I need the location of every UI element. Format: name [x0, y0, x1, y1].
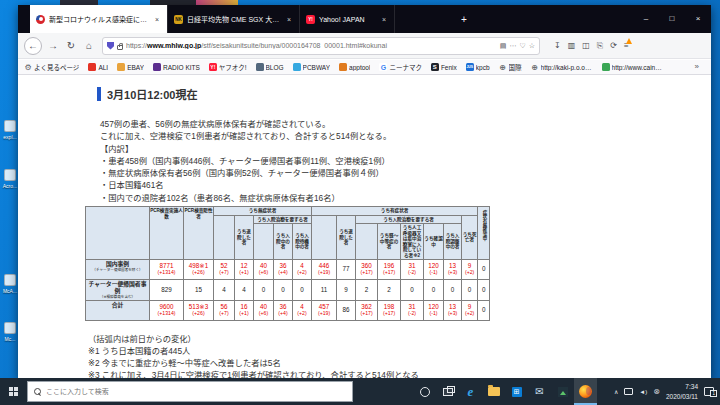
summary-line: ・患者458例（国内事例446例、チャーター便帰国者事例11例、空港検疫1例）: [100, 155, 391, 167]
bookmark-item[interactable]: ⊕ 国際: [499, 62, 522, 72]
photos-button[interactable]: [551, 378, 574, 405]
antivirus-tray-icon[interactable]: ⊗: [653, 387, 660, 396]
bookmark-item[interactable]: S Fenix: [431, 63, 457, 71]
mail-button[interactable]: ✉: [528, 378, 551, 405]
taskbar-app-icons: e ⊞ ✉: [413, 378, 597, 405]
browser-window: 新型コロナウイルス感染症について × NK 日経平均先物 CME SGX 大証 …: [18, 5, 711, 379]
windows-logo-icon: [9, 387, 18, 396]
forward-button[interactable]: →: [44, 40, 62, 51]
taskbar-search[interactable]: [27, 381, 353, 402]
search-input[interactable]: [46, 388, 346, 395]
bookmark-item[interactable]: PCBWAY: [293, 63, 330, 71]
bookmark-item[interactable]: RADIO KITS: [153, 63, 200, 71]
col-symptom-status-unconfirmed: 症状有無確認中: [478, 207, 490, 260]
tab-yahoo-japan[interactable]: Y! Yahoo! JAPAN ×: [300, 5, 395, 33]
file-explorer-button[interactable]: [482, 378, 505, 405]
bookmark-item[interactable]: apptool: [339, 63, 370, 71]
bookmark-favicon: ⊕: [499, 63, 507, 71]
pocket-icon[interactable]: ♡: [519, 42, 525, 50]
bookmarks-overflow-chevron[interactable]: »: [695, 62, 699, 71]
store-button[interactable]: ⊞: [505, 378, 528, 405]
bookmark-item[interactable]: JUS kpcb: [466, 63, 490, 71]
firefox-button[interactable]: [574, 378, 597, 405]
footnote-line: （括弧内は前日からの変化）: [88, 333, 419, 345]
url-text[interactable]: https://www.mhlw.go.jp/stf/seisakunitsui…: [126, 42, 497, 49]
row-label: 国内事例（チャーター便帰国者を除く）: [86, 260, 150, 280]
cell-asym-in-hospital: 36(+4): [274, 301, 293, 321]
tab-close-icon[interactable]: ×: [153, 16, 161, 23]
tab-close-icon[interactable]: ×: [285, 16, 293, 23]
cell-sym-mild: 198(+17): [378, 301, 401, 321]
cell-sym-icu: 0: [401, 280, 424, 301]
maximize-button[interactable]: □: [659, 5, 685, 31]
bookmark-item[interactable]: ⚙ よく見るページ: [24, 62, 79, 72]
sync-icon[interactable]: ⟳: [610, 41, 617, 50]
bookmark-item[interactable]: ⊕ http://kaki-p.o.oo7.jp/...: [531, 63, 593, 71]
nikkei-favicon: NK: [174, 15, 183, 24]
downloads-icon[interactable]: ↧: [554, 41, 561, 50]
desktop-icon-label: expl...: [3, 134, 16, 140]
sidebar-icon[interactable]: ◫: [582, 41, 590, 50]
cell-asym-waiting: 4(+2): [293, 301, 312, 321]
bookmark-item[interactable]: ALI: [88, 63, 108, 71]
cortana-icon: [420, 387, 430, 397]
close-button[interactable]: ×: [685, 5, 711, 31]
colgroup-symptomatic: うち有症状者: [312, 207, 478, 216]
bookmark-star-icon[interactable]: ☆: [529, 42, 535, 50]
cell-pcr-tested: 9600(+1314): [150, 301, 184, 321]
menu-button[interactable]: ≡: [624, 41, 629, 50]
bookmark-label: BLOG: [266, 64, 284, 71]
tab-close-icon[interactable]: ×: [380, 16, 388, 23]
url-bar[interactable]: https://www.mhlw.go.jp/stf/seisakunitsui…: [102, 37, 540, 55]
task-view-button[interactable]: [436, 378, 459, 405]
page-content: 3月10日12:00現在 457例の患者、56例の無症状病原体保有者が確認されて…: [18, 76, 711, 379]
reload-button[interactable]: ↻: [62, 40, 80, 51]
tab-covid-page[interactable]: 新型コロナウイルス感染症について ×: [30, 5, 168, 33]
library-icon[interactable]: ▥: [568, 41, 576, 50]
table-row: チャーター便帰国者事例（※検疫職員を含む） 829 15 4 4 0 0 0 1…: [86, 280, 490, 301]
reader-mode-icon[interactable]: ▤: [500, 42, 507, 50]
bookmark-item[interactable]: Y! ヤフオク!: [209, 62, 247, 72]
cell-asym-discharged: 12(+1): [235, 260, 254, 280]
bookmark-item[interactable]: http://www.cainz.com/...: [602, 63, 664, 71]
bookmark-favicon: ⊕: [531, 63, 539, 71]
bookmark-favicon: [256, 63, 264, 71]
col-pcr-positive: PCR検査陽性者: [184, 207, 214, 260]
desktop-icon-label: McA...: [3, 288, 17, 294]
edge-button[interactable]: e: [459, 378, 482, 405]
col-sym-icu: うち人工呼吸器又は集中治療室に入院している者※2: [401, 224, 424, 260]
bookmark-item[interactable]: EBAY: [117, 63, 144, 71]
volume-icon[interactable]: ◄): [639, 389, 647, 395]
bookmark-item[interactable]: G ニーナマク: [379, 62, 422, 72]
network-icon[interactable]: [624, 388, 633, 395]
desktop-icon[interactable]: expl...: [2, 120, 18, 140]
action-center-button[interactable]: 1: [704, 387, 714, 396]
update-warning-badge: [626, 38, 632, 44]
taskbar-clock[interactable]: 7:34 2020/03/11: [666, 382, 698, 401]
bookmark-favicon: S: [431, 63, 439, 71]
desktop-icon[interactable]: Acro...: [2, 169, 18, 189]
clipboard-icon[interactable]: ⎘: [597, 41, 603, 51]
back-button[interactable]: ←: [24, 37, 42, 55]
tab-nikkei-futures[interactable]: NK 日経平均先物 CME SGX 大証 夜 ×: [168, 5, 300, 33]
col-sym-hosp-spacer: [356, 224, 378, 260]
new-tab-button[interactable]: +: [453, 5, 475, 33]
windows-taskbar: e ⊞ ✉ ∧ ◄) ⊗ 7:34 2020/03/11 1: [0, 378, 720, 405]
desktop-icon[interactable]: McA...: [2, 274, 18, 294]
home-button[interactable]: ⌂: [80, 40, 98, 51]
bookmark-favicon: [153, 63, 161, 71]
cortana-button[interactable]: [413, 378, 436, 405]
bookmark-label: ヤフオク!: [219, 62, 247, 72]
desktop-icon[interactable]: Mc...: [2, 322, 18, 342]
bookmark-favicon: Y!: [209, 63, 217, 71]
minimize-button[interactable]: –: [633, 5, 659, 31]
bookmark-item[interactable]: BLOG: [256, 63, 284, 71]
hidden-icons-chevron[interactable]: ∧: [614, 388, 618, 395]
desktop-icon-image: [4, 169, 16, 181]
tracking-protection-shield-icon[interactable]: [107, 42, 114, 50]
folder-icon: [488, 387, 500, 396]
back-icon: ←: [24, 40, 42, 51]
start-button[interactable]: [0, 378, 27, 405]
page-actions-icon[interactable]: ⋯: [509, 42, 516, 50]
bookmark-label: apptool: [349, 64, 370, 71]
